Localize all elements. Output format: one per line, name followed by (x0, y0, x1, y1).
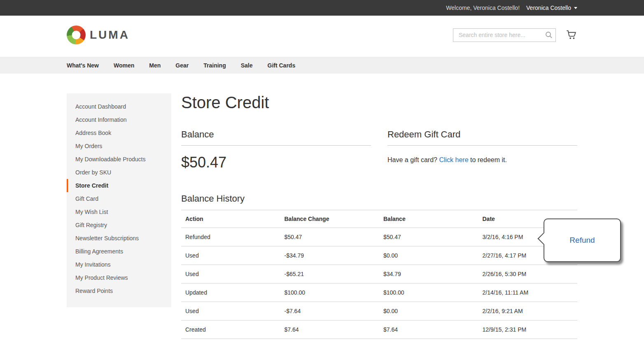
history-row: Updated $100.00 $100.00 2/14/16, 11:11 A… (181, 283, 577, 302)
history-cell-action: Created (181, 320, 280, 339)
sidebar-item-newsletter-subscriptions[interactable]: Newsletter Subscriptions (67, 232, 171, 245)
sidebar-item-account-dashboard[interactable]: Account Dashboard (67, 100, 171, 113)
redeem-text: Have a gift card? Click here to redeem i… (387, 156, 577, 164)
history-column-balance: Balance (379, 210, 478, 228)
redeem-heading: Redeem Gift Card (387, 129, 577, 146)
redeem-click-here-link[interactable]: Click here (439, 156, 468, 163)
sidebar-item-my-invitations[interactable]: My Invitations (67, 258, 171, 271)
nav-item-sale[interactable]: Sale (241, 62, 253, 69)
history-row: Used -$65.21 $34.79 2/26/16, 5:30 PM (181, 265, 577, 283)
nav-item-women[interactable]: Women (114, 62, 134, 69)
luma-logo[interactable]: LUMA (67, 26, 130, 44)
page-title: Store Credit (181, 93, 577, 112)
history-row: Used -$7.64 $0.00 2/2/16, 9:21 AM (181, 302, 577, 320)
history-cell-date: 2/2/16, 9:21 AM (478, 302, 578, 320)
history-cell-balance-change: -$65.21 (280, 265, 380, 283)
history-cell-balance: $100.00 (379, 283, 478, 302)
history-cell-balance: $7.64 (379, 320, 478, 339)
sidebar-item-my-wish-list[interactable]: My Wish List (67, 205, 171, 218)
history-cell-action: Used (181, 246, 280, 265)
nav-item-whats-new[interactable]: What's New (67, 62, 99, 69)
search-box (453, 28, 556, 42)
balance-history-table: Action Balance Change Balance Date Refun… (181, 210, 577, 339)
header: LUMA (0, 16, 644, 57)
main-area: Account Dashboard Account Information Ad… (67, 74, 577, 353)
history-cell-balance-change: -$34.79 (280, 246, 380, 265)
content: Store Credit Balance $50.47 Redeem Gift … (181, 93, 577, 339)
sidebar-item-billing-agreements[interactable]: Billing Agreements (67, 245, 171, 258)
redeem-text-before: Have a gift card? (387, 156, 437, 163)
luma-logo-icon (67, 26, 86, 44)
account-menu-toggle[interactable]: Veronica Costello (526, 5, 577, 11)
history-cell-balance: $34.79 (379, 265, 478, 283)
history-row: Refunded $50.47 $50.47 3/2/16, 4:16 PM (181, 228, 577, 246)
nav-item-gear[interactable]: Gear (175, 62, 189, 69)
history-cell-balance: $0.00 (379, 302, 478, 320)
history-cell-date: 12/9/15, 2:31 PM (478, 320, 578, 339)
main-nav: What's New Women Men Gear Training Sale … (0, 57, 644, 74)
sidebar-item-reward-points[interactable]: Reward Points (67, 284, 171, 297)
luma-logo-text: LUMA (90, 28, 130, 42)
nav-item-gift-cards[interactable]: Gift Cards (268, 62, 296, 69)
history-cell-date: 2/26/16, 5:30 PM (478, 265, 578, 283)
nav-item-training[interactable]: Training (203, 62, 226, 69)
history-column-action: Action (181, 210, 280, 228)
history-cell-action: Used (181, 265, 280, 283)
history-cell-balance-change: $7.64 (280, 320, 380, 339)
refund-annotation-label: Refund (569, 236, 595, 245)
sidebar-item-my-orders[interactable]: My Orders (67, 139, 171, 153)
sidebar-item-store-credit[interactable]: Store Credit (67, 179, 171, 192)
search-button[interactable] (545, 31, 553, 40)
balance-history-heading: Balance History (181, 193, 577, 204)
sidebar-item-gift-registry[interactable]: Gift Registry (67, 218, 171, 232)
redeem-text-after: to redeem it. (470, 156, 507, 163)
chevron-down-icon (574, 7, 577, 9)
sidebar-item-my-downloadable-products[interactable]: My Downloadable Products (67, 153, 171, 166)
sidebar-item-address-book[interactable]: Address Book (67, 126, 171, 139)
balance-block: Balance $50.47 (181, 129, 371, 171)
search-icon (545, 34, 553, 40)
history-column-balance-change: Balance Change (280, 210, 380, 228)
redeem-block: Redeem Gift Card Have a gift card? Click… (387, 129, 577, 171)
cart-button[interactable] (566, 29, 577, 41)
history-cell-balance-change: $100.00 (280, 283, 380, 302)
history-cell-date: 2/14/16, 11:11 AM (478, 283, 578, 302)
history-cell-balance: $0.00 (379, 246, 478, 265)
balance-heading: Balance (181, 129, 371, 146)
history-header-row: Action Balance Change Balance Date (181, 210, 577, 228)
history-row: Created $7.64 $7.64 12/9/15, 2:31 PM (181, 320, 577, 339)
cart-icon (566, 35, 577, 41)
history-row: Used -$34.79 $0.00 2/27/16, 4:17 PM (181, 246, 577, 265)
history-cell-action: Updated (181, 283, 280, 302)
sidebar-item-gift-card[interactable]: Gift Card (67, 192, 171, 205)
sidebar-item-order-by-sku[interactable]: Order by SKU (67, 166, 171, 179)
history-cell-action: Refunded (181, 228, 280, 246)
history-cell-balance: $50.47 (379, 228, 478, 246)
nav-item-men[interactable]: Men (149, 62, 161, 69)
page: Welcome, Veronica Costello! Veronica Cos… (0, 0, 644, 353)
topbar: Welcome, Veronica Costello! Veronica Cos… (0, 0, 644, 16)
welcome-message: Welcome, Veronica Costello! (446, 5, 520, 11)
search-input[interactable] (453, 28, 556, 42)
balance-amount: $50.47 (181, 154, 371, 171)
history-cell-action: Used (181, 302, 280, 320)
sidebar-item-account-information[interactable]: Account Information (67, 113, 171, 126)
account-sidebar: Account Dashboard Account Information Ad… (67, 93, 171, 307)
history-cell-balance-change: $50.47 (280, 228, 380, 246)
refund-annotation-callout: Refund (544, 218, 621, 262)
account-name: Veronica Costello (526, 5, 571, 11)
balance-history-block: Balance History Action Balance Change Ba… (181, 193, 577, 339)
history-cell-balance-change: -$7.64 (280, 302, 380, 320)
sidebar-item-my-product-reviews[interactable]: My Product Reviews (67, 271, 171, 284)
